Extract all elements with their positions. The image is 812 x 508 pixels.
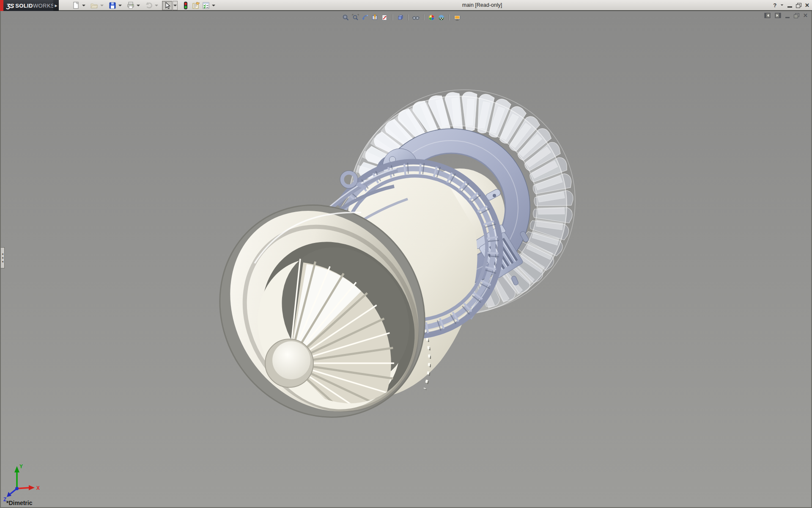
section-view-icon [371,14,379,21]
restore-button[interactable] [796,3,801,8]
open-button[interactable] [89,1,99,10]
display-style-button[interactable] [396,13,405,22]
display-style-icon [397,14,404,21]
view-orientation-icon [381,14,388,21]
print-dropdown[interactable] [136,1,141,10]
print-icon [126,1,135,10]
document-close-button[interactable]: ✕ [803,12,808,19]
hide-show-items-icon [412,14,420,21]
view-orientation-button[interactable] [380,13,389,22]
hud-separator [449,14,450,20]
section-view-button[interactable] [370,13,379,22]
zoom-to-fit-button[interactable] [341,13,350,22]
zoom-to-area-icon [352,14,359,21]
main-toolbar [71,0,219,11]
save-icon [108,1,117,10]
graphics-viewport[interactable]: ✕ ◂ ◂ ◂ Y X Z *Dimetric [0,11,812,508]
edit-appearance-icon [428,14,435,21]
feature-panel-splitter[interactable]: ◂ ◂ ◂ [1,247,5,268]
heads-up-view-toolbar [341,12,462,22]
pane-right-icon[interactable] [775,13,781,18]
select-tool-dropdown[interactable] [173,1,178,10]
window-controls: ? ✕ [773,0,809,10]
solidworks-logo: ƷS SOLID WORKS [3,0,53,11]
apply-scene-button[interactable] [437,13,446,22]
zoom-to-fit-icon [342,14,349,21]
undo-icon [145,1,153,10]
edit-appearance-button[interactable] [427,13,436,22]
menu-expander-button[interactable]: ▶ [53,0,59,11]
collapse-arrow-icon: ◂ [2,253,3,255]
brand-text-light: WORKS [33,3,55,9]
apply-scene-icon [438,14,445,21]
traffic-light-button[interactable] [181,1,191,10]
print-button[interactable] [126,1,136,10]
brand-red-strip [0,0,3,11]
save-button[interactable] [107,1,118,10]
hud-separator [392,14,393,20]
pane-left-icon[interactable] [764,13,771,18]
window-title: main [Read-only] [440,0,524,10]
hud-separator [408,14,409,20]
title-bar: ƷS SOLID WORKS ▶ [0,0,812,11]
hud-separator [423,14,424,20]
zoom-to-area-button[interactable] [351,13,360,22]
select-tool-button[interactable] [162,1,172,10]
traffic-light-icon [181,1,190,10]
help-button[interactable]: ? [773,2,776,8]
options-list-button[interactable] [201,1,211,10]
document-window-controls: ✕ [764,12,808,19]
select-cursor-icon [163,1,171,10]
close-button[interactable]: ✕ [805,2,809,8]
hide-show-items-button[interactable] [411,13,420,22]
triad-x-label: X [36,485,40,491]
undo-dropdown[interactable] [154,1,159,10]
open-dropdown[interactable] [99,1,104,10]
undo-button[interactable] [144,1,154,10]
jet-engine-model[interactable] [1,11,812,508]
view-settings-button[interactable] [453,13,461,22]
options-list-icon [202,1,210,10]
previous-view-button[interactable] [361,13,370,22]
new-document-icon [72,1,80,10]
solidworks-logo-icon: ƷS [6,2,14,9]
collapse-arrow-icon: ◂ [2,260,3,263]
options-list-dropdown[interactable] [211,1,216,10]
document-minimize-button[interactable] [785,17,790,18]
brand-text-bold: SOLID [15,3,33,9]
document-restore-button[interactable] [794,13,799,18]
help-dropdown[interactable] [781,4,783,6]
comment-button[interactable] [191,1,201,10]
minimize-button[interactable] [787,6,792,8]
view-settings-icon [453,14,461,21]
new-document-dropdown[interactable] [81,1,86,10]
new-document-button[interactable] [71,1,81,10]
save-dropdown[interactable] [118,1,123,10]
orientation-triad: Y X Z [3,462,45,503]
previous-view-icon [362,14,369,21]
comment-icon [192,1,200,10]
view-orientation-label: *Dimetric [6,500,32,506]
collapse-arrow-icon: ◂ [2,257,3,259]
open-icon [90,1,99,10]
triad-y-label: Y [19,464,23,469]
